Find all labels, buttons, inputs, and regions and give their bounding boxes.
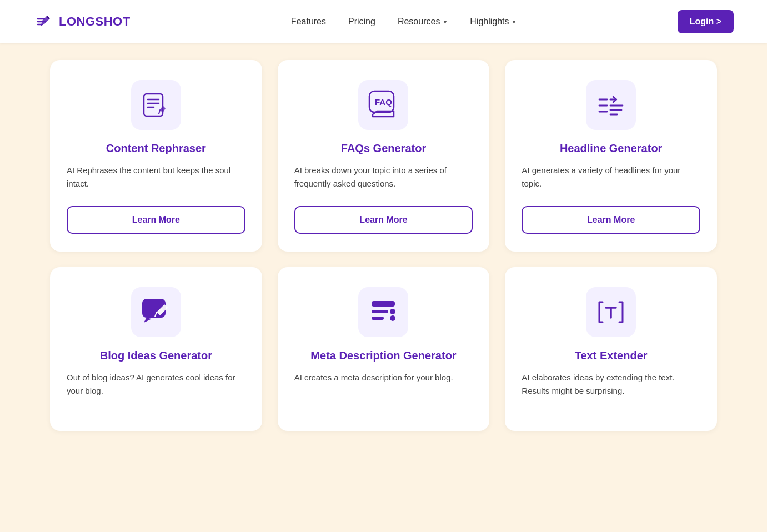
faq-icon: FAQ: [367, 89, 399, 121]
svg-point-23: [390, 309, 395, 314]
svg-rect-24: [372, 317, 384, 320]
nav-item-pricing[interactable]: Pricing: [348, 17, 375, 27]
svg-rect-21: [372, 301, 395, 307]
card-title-rephraser: Content Rephraser: [67, 142, 245, 155]
card-content-rephraser: Content Rephraser AI Rephrases the conte…: [50, 60, 262, 252]
svg-line-4: [41, 24, 42, 26]
card-grid-row2: Blog Ideas Generator Out of blog ideas? …: [50, 267, 717, 431]
nav-item-resources[interactable]: Resources ▼: [398, 17, 448, 27]
login-button[interactable]: Login >: [678, 10, 734, 33]
card-blog-ideas: Blog Ideas Generator Out of blog ideas? …: [50, 267, 262, 431]
navbar: LONGSHOT Features Pricing Resources ▼ Hi…: [0, 0, 767, 43]
card-title-text-extender: Text Extender: [522, 349, 700, 362]
logo[interactable]: LONGSHOT: [33, 11, 131, 32]
card-desc-meta: AI creates a meta description for your b…: [294, 371, 453, 398]
card-icon-wrapper-headline: [586, 80, 636, 130]
card-icon-wrapper-meta: [358, 287, 408, 337]
svg-point-25: [390, 315, 395, 321]
card-desc-blog: Out of blog ideas? AI generates cool ide…: [67, 371, 245, 398]
card-desc-text-extender: AI elaborates ideas by extending the tex…: [522, 371, 700, 398]
nav-item-features[interactable]: Features: [291, 17, 326, 27]
svg-text:FAQ: FAQ: [375, 97, 392, 107]
highlights-chevron-icon: ▼: [512, 19, 517, 25]
resources-chevron-icon: ▼: [442, 19, 448, 25]
card-text-extender: Text Extender AI elaborates ideas by ext…: [505, 267, 717, 431]
logo-text: LONGSHOT: [59, 14, 131, 29]
card-title-meta: Meta Description Generator: [294, 349, 473, 362]
card-desc-rephraser: AI Rephrases the content but keeps the s…: [67, 164, 245, 190]
card-icon-wrapper-blog: [131, 287, 181, 337]
headline-icon: [595, 91, 627, 119]
card-title-faq: FAQs Generator: [294, 142, 473, 155]
card-title-blog: Blog Ideas Generator: [67, 349, 245, 362]
card-icon-wrapper-rephraser: [131, 80, 181, 130]
card-meta-description: Meta Description Generator AI creates a …: [278, 267, 490, 431]
text-extender-icon: [595, 297, 627, 328]
card-icon-wrapper-faq: FAQ: [358, 80, 408, 130]
card-headline-generator: Headline Generator AI generates a variet…: [505, 60, 717, 252]
card-title-headline: Headline Generator: [522, 142, 700, 155]
learn-more-faq[interactable]: Learn More: [294, 206, 473, 234]
logo-icon: [33, 11, 54, 32]
svg-rect-5: [144, 94, 163, 116]
learn-more-headline[interactable]: Learn More: [522, 206, 700, 234]
svg-line-9: [159, 110, 160, 114]
nav-item-highlights[interactable]: Highlights ▼: [470, 17, 517, 27]
main-content: Content Rephraser AI Rephrases the conte…: [0, 43, 767, 469]
meta-desc-icon: [367, 297, 399, 328]
card-desc-headline: AI generates a variety of headlines for …: [522, 164, 700, 190]
blog-ideas-icon: [140, 297, 172, 328]
card-icon-wrapper-text-extender: [586, 287, 636, 337]
card-desc-faq: AI breaks down your topic into a series …: [294, 164, 473, 190]
card-faqs-generator: FAQ FAQs Generator AI breaks down your t…: [278, 60, 490, 252]
nav-links: Features Pricing Resources ▼ Highlights …: [291, 17, 517, 27]
card-grid-row1: Content Rephraser AI Rephrases the conte…: [50, 60, 717, 252]
rephraser-icon: [142, 91, 171, 119]
svg-rect-22: [372, 310, 388, 313]
learn-more-rephraser[interactable]: Learn More: [67, 206, 245, 234]
